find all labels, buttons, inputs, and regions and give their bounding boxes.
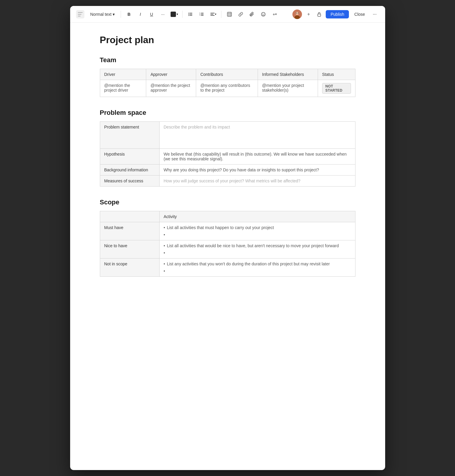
table-row: Must have List all activities that must … xyxy=(100,222,355,240)
ordered-list-icon: 1.2.3. xyxy=(199,12,204,17)
divider-1 xyxy=(121,11,121,18)
app-logo xyxy=(76,10,84,18)
must-have-cell[interactable]: List all activities that must happen to … xyxy=(159,222,355,240)
scope-activity-col: Activity xyxy=(159,211,355,222)
link-button[interactable] xyxy=(236,10,245,19)
svg-rect-29 xyxy=(318,14,321,16)
background-content: Why are you doing this project? Do you h… xyxy=(164,167,351,172)
chevron-down-icon: ▾ xyxy=(113,12,115,17)
svg-point-22 xyxy=(262,13,263,14)
svg-rect-16 xyxy=(227,12,232,16)
not-in-scope-label: Not in scope xyxy=(100,259,159,277)
publish-button[interactable]: Publish xyxy=(326,10,349,18)
must-have-item-1: List all activities that must happen to … xyxy=(164,225,351,230)
team-status-cell[interactable]: NOT STARTED xyxy=(318,80,355,97)
scope-section-heading: Scope xyxy=(100,198,355,206)
not-in-scope-item-1: List any activities that you won't do du… xyxy=(164,262,351,266)
plus-icon: + xyxy=(273,12,275,17)
color-picker-button[interactable]: ▾ xyxy=(170,10,179,19)
divider-2 xyxy=(182,11,182,18)
main-window: Normal text ▾ B I U ··· ▾ 1.2.3. ▾ xyxy=(70,6,385,470)
problem-statement-cell[interactable]: Describe the problem and its impact xyxy=(159,122,355,149)
bold-button[interactable]: B xyxy=(125,10,133,19)
close-button[interactable]: Close xyxy=(351,10,368,18)
nice-to-have-item-1: List all activities that would be nice t… xyxy=(164,243,351,248)
table-row: Background information Why are you doing… xyxy=(100,165,355,176)
emoji-button[interactable] xyxy=(259,10,268,19)
ordered-list-button[interactable]: 1.2.3. xyxy=(197,10,206,19)
table-row: Hypothesis We believe that (this capabil… xyxy=(100,149,355,165)
text-style-dropdown[interactable]: Normal text ▾ xyxy=(88,11,117,18)
table-row: Not in scope List any activities that yo… xyxy=(100,259,355,277)
color-swatch xyxy=(171,12,176,17)
team-contributors-cell[interactable]: @mention any contributors to the project xyxy=(196,80,258,97)
hypothesis-content: We believe that (this capability) will r… xyxy=(164,152,351,161)
team-table: Driver Approver Contributors Informed St… xyxy=(100,69,355,97)
emoji-icon xyxy=(261,12,266,17)
plus-collaborator-icon: + xyxy=(307,12,310,17)
scope-row-col xyxy=(100,211,159,222)
problem-statement-content[interactable]: Describe the problem and its impact xyxy=(164,125,351,145)
svg-rect-10 xyxy=(201,14,204,15)
table-row: @mention the project driver @mention the… xyxy=(100,80,355,97)
link-icon xyxy=(238,12,243,17)
background-cell[interactable]: Why are you doing this project? Do you h… xyxy=(159,165,355,176)
more-options-button[interactable]: ··· xyxy=(370,10,379,18)
svg-text:3.: 3. xyxy=(199,14,201,16)
lock-button[interactable] xyxy=(315,10,323,18)
scope-table: Activity Must have List all activities t… xyxy=(100,211,355,277)
toolbar: Normal text ▾ B I U ··· ▾ 1.2.3. ▾ xyxy=(70,6,385,23)
nice-to-have-label: Nice to have xyxy=(100,240,159,259)
table-row: Problem statement Describe the problem a… xyxy=(100,122,355,149)
not-in-scope-empty xyxy=(164,269,351,273)
svg-rect-15 xyxy=(210,15,215,16)
measures-cell[interactable]: How you will judge success of your proje… xyxy=(159,176,355,187)
hypothesis-label: Hypothesis xyxy=(100,149,159,165)
team-approver-cell[interactable]: @mention the project approver xyxy=(146,80,196,97)
team-col-driver: Driver xyxy=(100,69,146,80)
attachment-icon xyxy=(250,12,254,17)
color-chevron-icon: ▾ xyxy=(177,12,178,16)
table-button[interactable] xyxy=(225,10,234,19)
table-icon xyxy=(227,12,232,17)
team-col-status: Status xyxy=(318,69,355,80)
not-in-scope-cell[interactable]: List any activities that you won't do du… xyxy=(159,259,355,277)
measures-content[interactable]: How you will judge success of your proje… xyxy=(164,178,351,183)
team-driver-cell[interactable]: @mention the project driver xyxy=(100,80,146,97)
add-collaborator-button[interactable]: + xyxy=(304,10,313,18)
more-format-button[interactable]: ··· xyxy=(158,10,167,19)
avatar[interactable] xyxy=(292,10,302,19)
problem-section-heading: Problem space xyxy=(100,109,355,117)
content-area: Project plan Team Driver Approver Contri… xyxy=(70,23,385,470)
svg-point-3 xyxy=(188,14,189,15)
must-have-empty xyxy=(164,232,351,237)
background-label: Background information xyxy=(100,165,159,176)
page-title[interactable]: Project plan xyxy=(100,35,355,46)
text-style-label: Normal text xyxy=(90,12,112,17)
underline-button[interactable]: U xyxy=(147,10,156,19)
italic-button[interactable]: I xyxy=(136,10,145,19)
bullet-list-icon xyxy=(188,12,193,17)
svg-point-23 xyxy=(264,13,265,14)
align-chevron-icon: ▾ xyxy=(215,12,216,16)
table-row: Nice to have List all activities that wo… xyxy=(100,240,355,259)
divider-3 xyxy=(221,11,221,18)
table-row: Measures of success How you will judge s… xyxy=(100,176,355,187)
svg-point-27 xyxy=(296,12,297,13)
team-stakeholders-cell[interactable]: @mention your project stakeholder(s) xyxy=(258,80,318,97)
attachment-button[interactable] xyxy=(248,10,256,19)
svg-point-21 xyxy=(262,12,265,16)
svg-rect-12 xyxy=(201,15,204,16)
insert-chevron-icon: ▾ xyxy=(275,12,277,16)
lock-icon xyxy=(317,12,322,17)
svg-rect-2 xyxy=(190,13,192,13)
problem-statement-label: Problem statement xyxy=(100,122,159,149)
svg-rect-13 xyxy=(210,13,215,13)
nice-to-have-cell[interactable]: List all activities that would be nice t… xyxy=(159,240,355,259)
must-have-label: Must have xyxy=(100,222,159,240)
team-section-heading: Team xyxy=(100,56,355,64)
align-button[interactable]: ▾ xyxy=(209,10,218,19)
insert-button[interactable]: + ▾ xyxy=(270,10,279,19)
hypothesis-cell[interactable]: We believe that (this capability) will r… xyxy=(159,149,355,165)
bullet-list-button[interactable] xyxy=(186,10,195,19)
